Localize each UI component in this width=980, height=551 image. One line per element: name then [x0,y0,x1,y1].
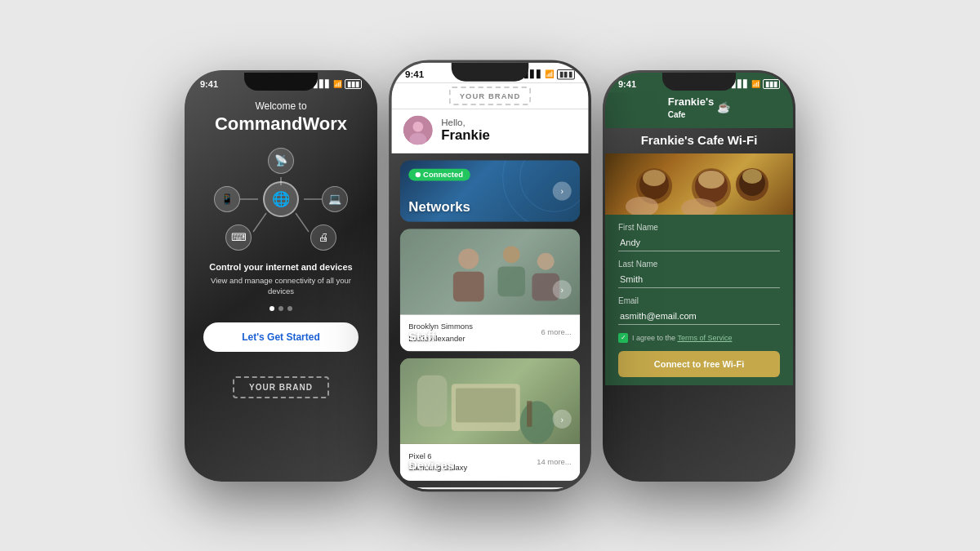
wifi-icon-phone2: 📶 [545,70,555,79]
brand-header-area: YOUR BRAND [391,82,589,109]
phone1-outer: 9:41 ▋▋▋ 📶 ▮▮▮ Welcome to CommandWorx [185,70,377,482]
cafe-wifi-title: Frankie's Cafe Wi-Fi [605,128,793,153]
terms-prefix: I agree to the [632,334,677,342]
connect-button[interactable]: Connect to free Wi-Fi [618,351,780,377]
dot-3 [287,306,292,311]
sub-text: View and manage connectivity of all your… [203,275,359,297]
brand-name: CommandWorx [215,113,347,135]
svg-point-9 [520,160,581,211]
phone2-outer: 9:41 ▋▋▋ 📶 ▮▮▮ YOUR BRAND [389,60,591,491]
networks-arrow[interactable]: › [553,181,572,200]
welcome-text: Welcome to [255,100,306,112]
phone3-screen: 9:41 ▋▋▋ 📶 ▮▮▮ Frankie's Cafe [605,73,793,479]
devices-label: Devices [408,458,454,472]
svg-rect-21 [527,401,532,427]
greeting-block: Hello, Frankie [441,117,490,143]
center-globe-icon: 🌐 [263,181,299,217]
svg-point-24 [643,170,666,186]
email-input[interactable] [618,308,780,325]
devices-photo [400,358,581,443]
progress-dots [270,306,292,311]
hello-text: Hello, [441,117,490,127]
networks-label: Networks [408,199,470,215]
phone2-screen: 9:41 ▋▋▋ 📶 ▮▮▮ YOUR BRAND [391,62,589,489]
phone2-inner: 9:41 ▋▋▋ 📶 ▮▮▮ YOUR BRAND [391,62,589,489]
devices-more: 14 more... [537,457,572,466]
brand-placeholder-phone2: YOUR BRAND [449,86,531,104]
first-name-input[interactable] [618,234,780,251]
last-name-label: Last Name [618,260,780,269]
svg-point-20 [520,401,555,444]
staff-card[interactable]: Staff › Brooklyn Simmons Leslie Alexande… [400,229,581,351]
connected-label: Connected [423,170,463,179]
brand-placeholder-phone1: YOUR BRAND [233,376,329,398]
hello-name: Frankie [441,127,490,143]
bottom-nav [391,487,589,489]
svg-point-27 [698,171,724,189]
time-phone2: 9:41 [405,69,424,79]
user-avatar [403,115,433,144]
terms-text: I agree to the Terms of Service [632,334,732,342]
svg-line-3 [253,213,266,232]
svg-rect-19 [417,375,448,426]
control-text: Control your internet and devices [209,262,352,272]
svg-line-4 [296,213,309,232]
dot-2 [278,306,283,311]
time-phone1: 9:41 [200,79,218,89]
devices-card[interactable]: Devices › Pixel 6 Samsung Galaxy 14 more… [400,358,581,480]
phone1-content: Welcome to CommandWorx [187,92,375,415]
phone3-inner: 9:41 ▋▋▋ 📶 ▮▮▮ Frankie's Cafe [605,73,793,479]
dot-1 [270,306,274,311]
networks-card[interactable]: Connected Networks › [400,160,581,222]
svg-point-30 [742,169,762,184]
cafe-name-line1: Frankie's [668,96,715,108]
cafe-name-line2: Cafe [668,110,686,119]
phone3-outer: 9:41 ▋▋▋ 📶 ▮▮▮ Frankie's Cafe [603,70,795,482]
cafe-form: First Name Last Name Email ✓ I agree to … [605,215,793,385]
last-name-input[interactable] [618,271,780,288]
cafe-logo: Frankie's Cafe ☕ [668,96,731,120]
satellite-right: 💻 [322,186,348,212]
battery-icon-phone1: ▮▮▮ [345,79,362,89]
connected-dot [416,171,421,176]
status-icons-phone1: ▋▋▋ 📶 ▮▮▮ [314,79,362,89]
dash-header: Hello, Frankie [391,109,589,153]
dash-cards: Connected Networks › [391,153,589,487]
staff-arrow[interactable]: › [553,280,572,299]
devices-arrow[interactable]: › [553,409,572,428]
satellite-bottom-left: ⌨ [225,224,252,251]
phones-container: 9:41 ▋▋▋ 📶 ▮▮▮ Welcome to CommandWorx [168,54,812,498]
battery-icon-phone2: ▮▮▮ [557,69,575,79]
svg-rect-18 [456,388,516,422]
terms-row: ✓ I agree to the Terms of Service [618,333,780,343]
status-icons-phone3: ▋▋▋ 📶 ▮▮▮ [732,79,780,89]
first-name-label: First Name [618,223,780,232]
phone1-inner: 9:41 ▋▋▋ 📶 ▮▮▮ Welcome to CommandWorx [187,73,375,479]
connected-badge: Connected [408,168,470,180]
terms-checkbox[interactable]: ✓ [618,333,628,343]
status-icons-phone2: ▋▋▋ 📶 ▮▮▮ [524,69,575,79]
battery-icon-phone3: ▮▮▮ [763,79,780,89]
staff-label: Staff [408,328,435,342]
staff-more: 6 more... [541,328,571,337]
wifi-icon-phone3: 📶 [751,80,760,88]
time-phone3: 9:41 [618,79,636,89]
terms-link[interactable]: Terms of Service [677,334,732,342]
satellite-top: 📡 [268,148,294,174]
phone1-screen: 9:41 ▋▋▋ 📶 ▮▮▮ Welcome to CommandWorx [187,73,375,479]
cafe-image [605,153,793,215]
notch-phone2 [452,62,529,81]
cafe-logo-block: Frankie's Cafe [668,96,715,120]
get-started-button[interactable]: Let's Get Started [203,322,359,352]
network-diagram: 📡 📱 💻 ⌨ 🖨 🌐 [207,146,354,252]
cafe-cup-icon: ☕ [717,101,730,113]
wifi-icon-phone1: 📶 [333,80,342,88]
staff-photo [400,229,581,314]
satellite-bottom-right: 🖨 [310,224,336,251]
satellite-left: 📱 [214,186,240,212]
notch-phone1 [244,73,318,91]
email-label: Email [618,296,780,305]
svg-rect-16 [400,229,581,314]
notch-phone3 [662,73,736,91]
cafe-header: Frankie's Cafe ☕ [605,92,793,128]
